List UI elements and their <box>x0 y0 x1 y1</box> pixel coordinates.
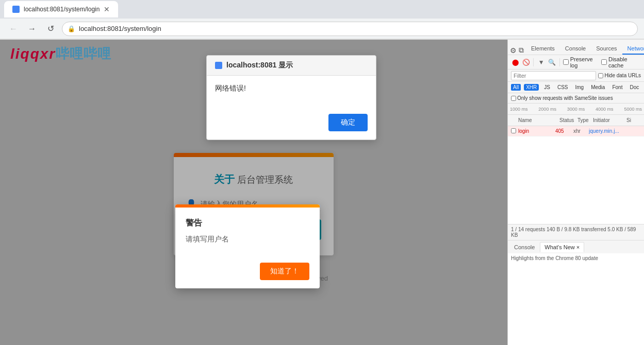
preserve-log-label: Preserve log <box>570 56 599 68</box>
toolbar-separator-2 <box>559 58 560 66</box>
hide-data-urls-label: Hide data URLs <box>604 73 641 78</box>
devtools-spacer <box>508 136 644 224</box>
row-checkbox[interactable] <box>511 128 516 133</box>
search-btn[interactable]: 🔍 <box>548 58 556 67</box>
samesite-label: Only show requests with SameSite issues <box>517 95 613 101</box>
timeline-labels: 1000 ms 2000 ms 3000 ms 4000 ms 5000 ms <box>510 107 642 112</box>
address-bar[interactable]: 🔒 localhost:8081/system/login <box>62 22 638 36</box>
tab-bar: localhost:8081/system/login ✕ <box>0 0 644 19</box>
disable-cache-label: Disable cache <box>608 56 641 68</box>
browser-alert-header: localhost:8081 显示 <box>207 56 376 76</box>
timeline-2000: 2000 ms <box>538 107 556 112</box>
devtools-tabs: ⚙ ⧉ Elements Console Sources Network <box>508 40 644 55</box>
devtools-tab-console[interactable]: Console <box>560 43 591 55</box>
devtools-filter-bar: Hide data URLs <box>508 70 644 82</box>
browser-alert-body: 网络错误! <box>207 76 376 110</box>
col-status: Status <box>559 117 577 123</box>
highlights-text: Highlights from the Chrome 80 update <box>511 255 598 261</box>
samesite-row: Only show requests with SameSite issues <box>511 95 613 101</box>
browser-alert-title: localhost:8081 显示 <box>226 61 293 70</box>
tab-close-btn[interactable]: ✕ <box>104 5 110 13</box>
status-bar-text: 1 / 14 requests 140 B / 9.8 KB transferr… <box>511 227 636 238</box>
filter-btn[interactable]: ▼ <box>537 58 546 67</box>
network-row-login[interactable]: login 405 xhr jquery.min.j... <box>508 126 644 136</box>
alert-confirm-btn[interactable]: 知道了！ <box>260 263 309 280</box>
network-table-header: Name Status Type Initiator Si <box>508 115 644 126</box>
browser-alert-dialog: localhost:8081 显示 网络错误! 确定 <box>206 55 376 140</box>
type-all[interactable]: All <box>511 84 521 91</box>
bottom-tab-whats-new[interactable]: What's New × <box>540 242 584 252</box>
back-button[interactable]: ← <box>6 22 21 36</box>
toolbar-separator-1 <box>533 58 534 66</box>
type-xhr[interactable]: XHR <box>524 84 539 91</box>
browser-chrome: localhost:8081/system/login ✕ ← → ↺ 🔒 lo… <box>0 0 644 40</box>
devtools-network-toolbar: ⬤ 🚫 ▼ 🔍 Preserve log Disable cache <box>508 55 644 70</box>
alert-dialog-body: 警告 请填写用户名 <box>175 208 320 263</box>
row-name: login <box>518 128 555 134</box>
disable-cache-row: Disable cache <box>601 56 641 68</box>
browser-alert-favicon <box>215 62 222 69</box>
disable-cache-checkbox[interactable] <box>601 59 607 65</box>
tab-title: localhost:8081/system/login <box>24 6 100 13</box>
col-size: Si <box>626 117 641 123</box>
devtools-status-bar: 1 / 14 requests 140 B / 9.8 KB transferr… <box>508 224 644 240</box>
col-name: Name <box>518 117 559 123</box>
lock-icon: 🔒 <box>68 25 75 32</box>
reload-button[interactable]: ↺ <box>43 22 58 36</box>
preserve-log-row: Preserve log <box>563 56 599 68</box>
hide-data-urls-row: Hide data URLs <box>598 73 641 78</box>
alert-dialog: 警告 请填写用户名 知道了！ <box>175 204 320 288</box>
col-initiator: Initiator <box>593 117 626 123</box>
alert-dialog-title: 警告 <box>186 218 309 229</box>
alert-dialog-message: 请填写用户名 <box>186 235 309 244</box>
tab-favicon <box>12 6 20 13</box>
browser-alert-footer: 确定 <box>207 110 376 140</box>
nav-bar: ← → ↺ 🔒 localhost:8081/system/login <box>0 19 644 39</box>
record-btn[interactable]: ⬤ <box>511 58 520 67</box>
row-status: 405 <box>555 128 573 134</box>
clear-btn[interactable]: 🚫 <box>522 58 531 67</box>
devtools-settings-icon[interactable]: ⚙ <box>510 46 517 55</box>
devtools-bottom-tabs: Console What's New × <box>508 240 644 253</box>
devtools-tab-network[interactable]: Network <box>622 43 644 55</box>
browser-alert-message: 网络错误! <box>215 84 368 93</box>
row-initiator: jquery.min.j... <box>589 128 622 134</box>
devtools-tab-sources[interactable]: Sources <box>591 43 622 55</box>
timeline-4000: 4000 ms <box>596 107 614 112</box>
filter-input[interactable] <box>511 71 596 80</box>
hide-data-urls-checkbox[interactable] <box>598 73 603 78</box>
browser-alert-confirm-btn[interactable]: 确定 <box>328 114 368 131</box>
forward-button[interactable]: → <box>25 22 39 36</box>
alert-dialog-footer: 知道了！ <box>175 263 320 288</box>
devtools-type-filter: All XHR JS CSS Img Media Font Doc WS Man… <box>508 82 644 93</box>
col-type: Type <box>577 117 593 123</box>
type-doc[interactable]: Doc <box>628 84 641 91</box>
type-css[interactable]: CSS <box>555 84 570 91</box>
devtools-panel: ⚙ ⧉ Elements Console Sources Network ⬤ 🚫… <box>507 40 644 345</box>
bottom-tab-console[interactable]: Console <box>510 243 539 252</box>
address-text: localhost:8081/system/login <box>79 25 161 32</box>
type-img[interactable]: Img <box>573 84 586 91</box>
preserve-log-checkbox[interactable] <box>563 59 569 65</box>
main-area: liqqxr 哔哩哔哩 localhost:8081 显示 网络错误! 确定 关… <box>0 40 644 345</box>
devtools-highlights: Highlights from the Chrome 80 update <box>508 253 644 345</box>
timeline-1000: 1000 ms <box>510 107 528 112</box>
devtools-tab-elements[interactable]: Elements <box>526 43 560 55</box>
devtools-samesite-filter: Only show requests with SameSite issues <box>508 93 644 104</box>
type-js[interactable]: JS <box>542 84 552 91</box>
devtools-dock-icon[interactable]: ⧉ <box>519 46 524 55</box>
timeline-bar: 1000 ms 2000 ms 3000 ms 4000 ms 5000 ms <box>508 104 644 115</box>
timeline-5000: 5000 ms <box>624 107 642 112</box>
type-media[interactable]: Media <box>589 84 607 91</box>
timeline-3000: 3000 ms <box>567 107 585 112</box>
type-font[interactable]: Font <box>610 84 624 91</box>
samesite-checkbox[interactable] <box>511 96 516 101</box>
page-content: liqqxr 哔哩哔哩 localhost:8081 显示 网络错误! 确定 关… <box>0 40 507 345</box>
row-type: xhr <box>573 128 589 134</box>
browser-tab[interactable]: localhost:8081/system/login ✕ <box>4 1 118 18</box>
